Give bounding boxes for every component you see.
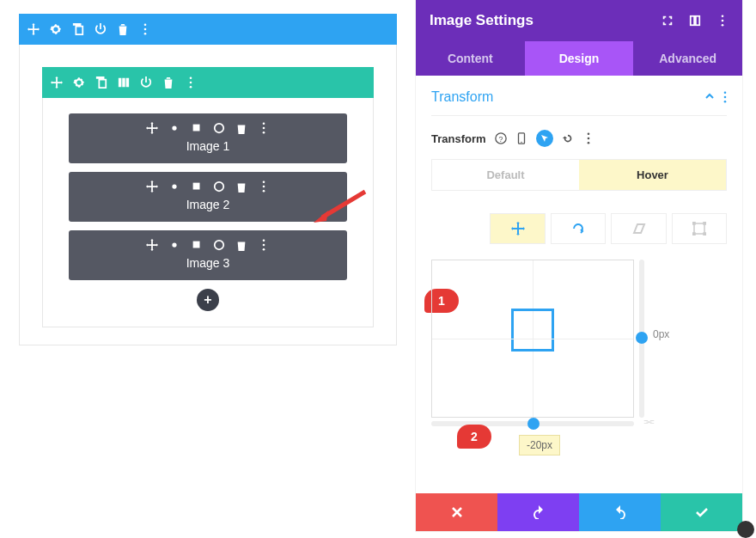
more-icon[interactable] [723, 91, 727, 103]
trash-icon[interactable] [235, 122, 247, 134]
svg-point-10 [263, 127, 265, 130]
section-toolbar[interactable] [19, 14, 397, 45]
annotation-badge-2: 2 [457, 425, 491, 449]
add-module-button[interactable]: + [197, 289, 219, 311]
slider-thumb[interactable] [527, 418, 540, 430]
svg-text:?: ? [498, 135, 503, 144]
gear-icon[interactable] [168, 122, 180, 134]
trash-icon[interactable] [117, 23, 129, 35]
more-icon[interactable] [258, 122, 270, 134]
hover-state-icon[interactable] [536, 130, 553, 147]
state-tab-hover[interactable]: Hover [579, 160, 726, 190]
power-icon[interactable] [213, 122, 225, 134]
gear-icon[interactable] [50, 23, 62, 35]
power-icon[interactable] [213, 239, 225, 251]
offset-grid[interactable] [431, 260, 634, 418]
save-button[interactable] [661, 493, 742, 531]
duplicate-icon[interactable] [191, 180, 203, 193]
cancel-button[interactable] [416, 493, 497, 531]
offset-slider-x[interactable] [431, 421, 634, 426]
svg-point-2 [144, 33, 147, 35]
svg-point-15 [263, 180, 265, 183]
svg-point-28 [722, 24, 724, 27]
svg-point-12 [172, 184, 176, 188]
svg-rect-25 [693, 16, 697, 26]
transform-move[interactable] [490, 213, 545, 244]
phone-icon[interactable] [515, 132, 527, 144]
svg-point-1 [144, 28, 147, 31]
module-title: Image 3 [69, 256, 347, 270]
trash-icon[interactable] [235, 180, 247, 193]
row-toolbar[interactable] [42, 67, 374, 98]
power-icon[interactable] [213, 180, 225, 193]
more-icon[interactable] [185, 76, 197, 89]
expand-icon[interactable] [662, 15, 674, 27]
module-image-1[interactable]: Image 1 [69, 113, 347, 163]
trash-icon[interactable] [235, 239, 247, 251]
move-icon[interactable] [51, 76, 63, 89]
more-icon[interactable] [582, 132, 594, 144]
svg-point-27 [722, 20, 724, 22]
offset-slider-y[interactable] [639, 260, 644, 418]
redo-button[interactable] [579, 493, 661, 531]
tab-design[interactable]: Design [525, 41, 634, 76]
move-icon[interactable] [27, 23, 40, 35]
offset-control: 0px -20px ⫘ 2 [431, 260, 727, 418]
move-icon[interactable] [146, 239, 158, 251]
link-xy-icon[interactable]: ⫘ [643, 414, 655, 428]
panel-body: Transform Transform ? Default Hover [416, 76, 742, 493]
transform-rotate[interactable] [551, 213, 606, 244]
resize-handle[interactable] [737, 521, 754, 538]
svg-point-30 [724, 96, 727, 99]
section-toggle-transform[interactable]: Transform [431, 89, 727, 116]
svg-point-14 [215, 182, 224, 192]
module-image-3[interactable]: Image 3 [69, 230, 347, 280]
gear-icon[interactable] [73, 76, 85, 89]
svg-point-8 [215, 124, 224, 133]
tab-advanced[interactable]: Advanced [633, 41, 742, 76]
tab-content[interactable]: Content [416, 41, 525, 76]
columns-icon[interactable] [118, 76, 130, 89]
more-icon[interactable] [139, 23, 151, 35]
gear-icon[interactable] [168, 239, 180, 251]
undo-button[interactable] [497, 493, 579, 531]
gear-icon[interactable] [168, 180, 180, 193]
power-icon[interactable] [94, 23, 107, 35]
svg-rect-41 [704, 222, 706, 224]
power-icon[interactable] [140, 76, 152, 89]
move-icon[interactable] [146, 180, 158, 193]
svg-point-36 [587, 132, 589, 135]
reset-icon[interactable] [562, 132, 574, 144]
chevron-up-icon[interactable] [704, 91, 715, 101]
more-icon[interactable] [716, 15, 729, 27]
module-image-2[interactable]: Image 2 [69, 172, 347, 222]
state-tab-default[interactable]: Default [432, 160, 579, 190]
svg-point-18 [172, 242, 176, 247]
move-icon[interactable] [146, 122, 158, 134]
offset-value-x[interactable]: -20px [519, 435, 560, 455]
transform-origin[interactable] [672, 213, 727, 244]
transform-skew[interactable] [611, 213, 666, 244]
more-icon[interactable] [258, 180, 270, 193]
svg-point-37 [587, 138, 589, 140]
snap-icon[interactable] [689, 15, 701, 27]
svg-point-4 [190, 82, 192, 84]
help-icon[interactable]: ? [495, 132, 507, 144]
svg-point-21 [263, 239, 265, 241]
svg-rect-13 [193, 183, 200, 190]
duplicate-icon[interactable] [95, 76, 107, 89]
field-transform: Transform ? [431, 130, 727, 147]
duplicate-icon[interactable] [72, 23, 84, 35]
more-icon[interactable] [258, 239, 270, 251]
duplicate-icon[interactable] [191, 122, 203, 134]
slider-thumb[interactable] [636, 332, 648, 344]
settings-panel: Image Settings Content Design Advanced T… [416, 0, 742, 531]
trash-icon[interactable] [162, 76, 174, 89]
svg-point-0 [144, 23, 147, 26]
offset-handle[interactable] [511, 309, 554, 352]
svg-point-6 [172, 125, 176, 130]
svg-point-26 [722, 15, 724, 17]
svg-point-20 [215, 241, 224, 250]
duplicate-icon[interactable] [191, 239, 203, 251]
module-title: Image 2 [69, 198, 347, 211]
